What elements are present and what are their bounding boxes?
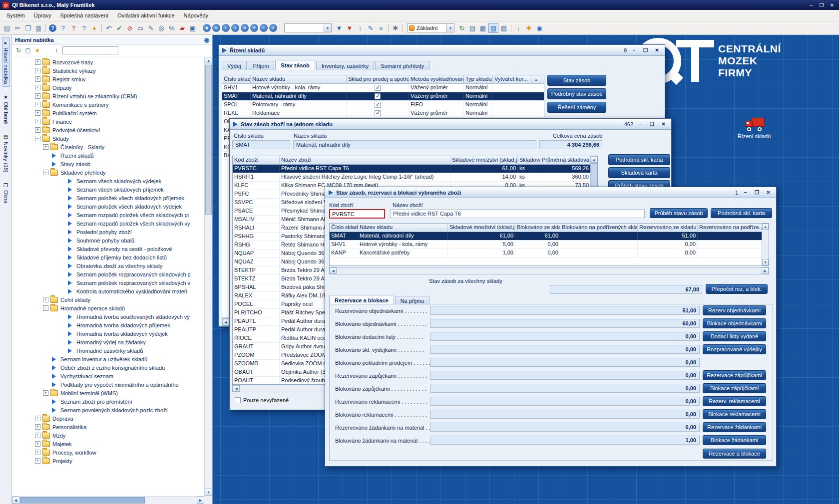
tree-item[interactable]: Hromadný výdej na žádanky [12,338,204,346]
tree-item[interactable]: Odběr zboží z cizího konsignačního sklad… [12,363,204,372]
notification-bell-icon[interactable]: ♦ [89,23,99,33]
sale-checkbox[interactable] [375,93,381,99]
window-maximize-button[interactable]: ❐ [648,120,656,128]
delete-record-icon[interactable]: − [260,24,268,32]
column-header[interactable]: Název skladu [358,224,448,232]
window-tab[interactable]: Příjem [248,61,275,70]
advanced-filter-icon[interactable]: ≡ [376,23,386,33]
block-loans-button[interactable]: Blokace zápůjčkami [703,383,766,393]
filter-value-combo[interactable]: ▼ [284,23,332,32]
column-header[interactable]: Název skladu [251,75,347,83]
next-record-icon[interactable]: › [231,24,239,32]
reserve-claims-button[interactable]: Rezerv. reklamacemi [703,396,766,406]
item-code-input[interactable]: PVRSTC [329,209,385,219]
tree-sort-icon[interactable]: ↕ [52,46,61,55]
tree-expander-icon[interactable] [43,170,48,175]
column-header[interactable]: Sklad pro prodej a spotřebu [347,75,409,83]
tree-expander-icon[interactable] [35,85,40,90]
calculate-icon[interactable]: % [167,23,177,33]
table-row[interactable]: SPOL Polotovary - rámy FIFO Normální [222,101,544,109]
tree-item[interactable]: Podvojné účetnictví [12,126,204,134]
report-icon[interactable]: ▤ [467,23,477,33]
delivery-notes-button[interactable]: Dodací listy vydané [703,331,766,341]
tree-item[interactable]: Projekty [12,457,204,465]
view-combo[interactable]: Základní ▼ [407,23,454,32]
reserve-requisitions-button[interactable]: Rezervace žádankami [703,422,766,432]
side-tab[interactable]: ★ Oblíbené [2,92,9,127]
window-maximize-button[interactable]: ❐ [641,46,650,54]
undo-icon[interactable]: ↶ [104,23,114,33]
close-button[interactable]: ✕ [828,1,837,9]
copy-icon[interactable]: ❐ [23,23,33,33]
scroll-left-icon[interactable]: ◀ [222,319,229,325]
tree-item[interactable]: Rozvozové trasy [12,58,204,66]
tree-item[interactable]: Seznam položek rozpracovaných skladových… [12,270,204,278]
column-header[interactable]: Vytvářet kor... [493,75,531,83]
scroll-right-icon[interactable]: ▶ [197,497,204,504]
table-row[interactable]: SMAT Materiál, náhradní díly Vážený prům… [222,92,544,101]
edit-filter-icon[interactable]: ✎ [366,23,376,33]
tree-expander-icon[interactable] [35,119,40,124]
prior-record-icon[interactable]: ‹ [222,24,230,32]
refresh-icon[interactable]: ↻ [457,23,467,33]
chart-icon[interactable]: ▦ [478,23,488,33]
window-tab[interactable]: Výdej [222,61,247,70]
sale-checkbox[interactable] [375,102,381,108]
scroll-left-icon[interactable]: ◀ [330,267,337,274]
pouze-nevyrazene-checkbox[interactable] [235,397,241,403]
prepocet-rez-blok-button[interactable]: Přepočet rez. a blok. [706,284,768,294]
tree-item[interactable]: Stavy zásob [12,160,204,168]
tree-screen-icon[interactable]: ▢ [23,46,32,55]
table-row[interactable]: REKL Reklamace Vážený průměr Normální [222,109,544,118]
tree-expander-icon[interactable] [35,93,40,99]
tree-expander-icon[interactable] [35,458,40,464]
confirm-icon[interactable]: ✔ [114,23,124,33]
table-row[interactable]: KANP Kancelářské potřeby 1,00 0,00 0,00 [330,249,762,257]
side-tab[interactable]: ❐ Okna [2,180,9,206]
tree-item[interactable]: Souhrnné pohyby obalů [12,236,204,245]
window-minimize-button[interactable]: – [741,189,750,196]
window-titlebar[interactable]: Řízení skladů 9 – ❐ ✕ [219,45,665,56]
tree-item[interactable]: Doprava [12,414,204,423]
filter-icon[interactable]: ▼ [334,23,344,33]
export-icon[interactable]: ↓ [513,23,523,33]
tree-expander-icon[interactable] [35,433,40,438]
table-row[interactable]: SHV1 Hotové výrobky - kola, rámy 5,00 0,… [330,241,762,249]
column-header[interactable]: Rezervováno ze skladu [638,224,698,232]
menu-item[interactable]: Ovládání aktivní funkce [113,11,179,20]
window-layout-icon[interactable]: ▨ [499,23,509,33]
tree-item[interactable]: Sklady [12,134,204,143]
tree-item[interactable]: Publikační systém [12,109,204,117]
help-icon[interactable]: ? [49,24,56,32]
window-tab[interactable]: Sumární přehledy [375,61,429,70]
tree-item[interactable]: Číselníky - Sklady [12,143,204,151]
tree-item[interactable]: Seznam všech skladových příjemek [12,185,204,194]
tree-item[interactable]: Mzdy [12,431,204,440]
tree-item[interactable]: Mobilní terminál (WMS) [12,389,204,397]
window-tab[interactable]: Inventury, uzávěrky [316,61,375,70]
paste-icon[interactable]: ▥ [33,23,43,33]
shortcut-rizeni-skladu[interactable]: Řízení skladů [733,118,775,139]
tree-expander-icon[interactable] [35,450,40,455]
tree-item[interactable]: Seznam zboží pro přemístění [12,397,204,406]
tree-expander-icon[interactable] [35,127,40,133]
tree-item[interactable]: Skladové převody na cestě - položkově [12,245,204,253]
tree-vertical-scrollbar[interactable]: ▲ ▼ [204,57,212,496]
table-row[interactable]: SMAT Materiál, náhradní díly 61,00 61,00… [330,232,762,241]
block-requisitions-button[interactable]: Blokace žádankami [703,435,766,445]
last-record-icon[interactable]: » [241,24,249,32]
scroll-down-icon[interactable]: ▼ [205,489,212,496]
column-header[interactable]: Rezervováno na podříze... [698,224,762,232]
chevron-down-icon[interactable]: ▼ [446,24,454,32]
record-icon[interactable]: ● [203,24,211,32]
globe-icon[interactable]: ◉ [204,36,209,43]
reserve-orders-button[interactable]: Rezerv.objednávkami [703,305,766,315]
tree-item[interactable]: Seznam inventur a uzávěrek skladů [12,355,204,363]
transfer-icon[interactable]: ▰ [177,23,187,33]
tree-item[interactable]: Hromadné operace skladů [12,304,204,312]
minimize-button[interactable]: – [807,1,816,9]
column-header[interactable]: Skladové množství (sklad.j.) [450,156,518,164]
column-header[interactable]: Blokováno na podřízených skladech [560,224,638,232]
prubeh-stavu-zasob-button[interactable]: Průběh stavu zásob [650,208,708,218]
cancel-icon[interactable]: ⊘ [125,23,135,33]
